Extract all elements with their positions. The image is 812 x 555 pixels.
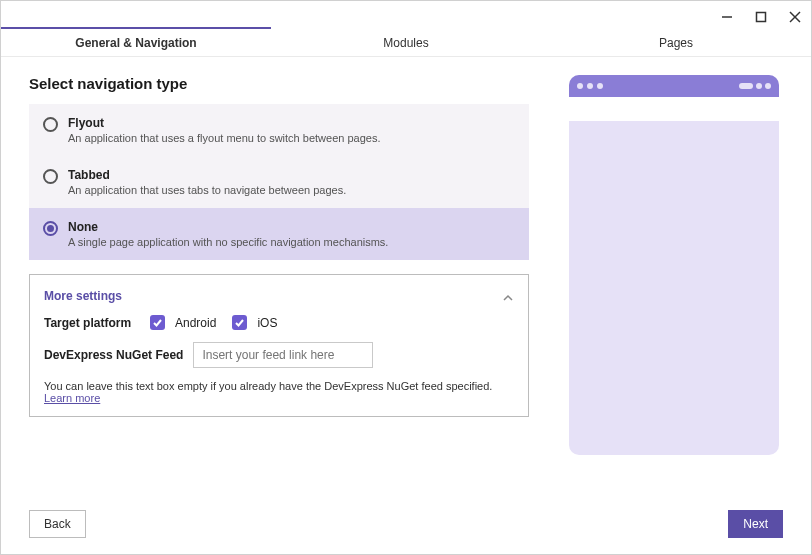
tab-general-navigation[interactable]: General & Navigation: [1, 27, 271, 56]
more-settings-panel: More settings Target platform Android iO…: [29, 274, 529, 417]
option-none[interactable]: None A single page application with no s…: [29, 208, 529, 260]
option-title: Flyout: [68, 116, 380, 130]
page-title: Select navigation type: [29, 75, 529, 92]
chevron-up-icon[interactable]: [502, 290, 514, 302]
nuget-feed-label: DevExpress NuGet Feed: [44, 348, 183, 362]
option-desc: An application that uses tabs to navigat…: [68, 184, 346, 196]
preview-dots-right-icon: [739, 83, 771, 89]
learn-more-link[interactable]: Learn more: [44, 392, 100, 404]
next-button[interactable]: Next: [728, 510, 783, 538]
navigation-options: Flyout An application that uses a flyout…: [29, 104, 529, 260]
more-settings-header[interactable]: More settings: [44, 289, 122, 303]
option-desc: A single page application with no specif…: [68, 236, 388, 248]
preview-nav-bar: [569, 97, 779, 121]
hint-text: You can leave this text box empty if you…: [44, 380, 492, 392]
preview-device: [569, 75, 779, 455]
back-button[interactable]: Back: [29, 510, 86, 538]
checkbox-android[interactable]: [150, 315, 165, 330]
checkbox-ios[interactable]: [232, 315, 247, 330]
radio-icon: [43, 169, 58, 184]
checkbox-android-label: Android: [175, 316, 216, 330]
maximize-button[interactable]: [753, 9, 769, 25]
target-platform-row: Target platform Android iOS: [44, 315, 514, 330]
target-platform-label: Target platform: [44, 316, 140, 330]
option-desc: An application that uses a flyout menu t…: [68, 132, 380, 144]
minimize-button[interactable]: [719, 9, 735, 25]
tab-pages[interactable]: Pages: [541, 29, 811, 56]
option-title: None: [68, 220, 388, 234]
option-title: Tabbed: [68, 168, 346, 182]
svg-rect-1: [757, 13, 766, 22]
nuget-feed-row: DevExpress NuGet Feed: [44, 342, 514, 368]
close-button[interactable]: [787, 9, 803, 25]
radio-icon: [43, 221, 58, 236]
wizard-tabs: General & Navigation Modules Pages: [1, 29, 811, 57]
radio-icon: [43, 117, 58, 132]
window-controls: [719, 9, 803, 25]
nuget-feed-input[interactable]: [193, 342, 373, 368]
checkbox-ios-label: iOS: [257, 316, 277, 330]
preview-dots-left-icon: [577, 83, 603, 89]
option-tabbed[interactable]: Tabbed An application that uses tabs to …: [29, 156, 529, 208]
nuget-feed-hint: You can leave this text box empty if you…: [44, 380, 514, 404]
tab-modules[interactable]: Modules: [271, 29, 541, 56]
option-flyout[interactable]: Flyout An application that uses a flyout…: [29, 104, 529, 156]
preview-status-bar: [569, 75, 779, 97]
